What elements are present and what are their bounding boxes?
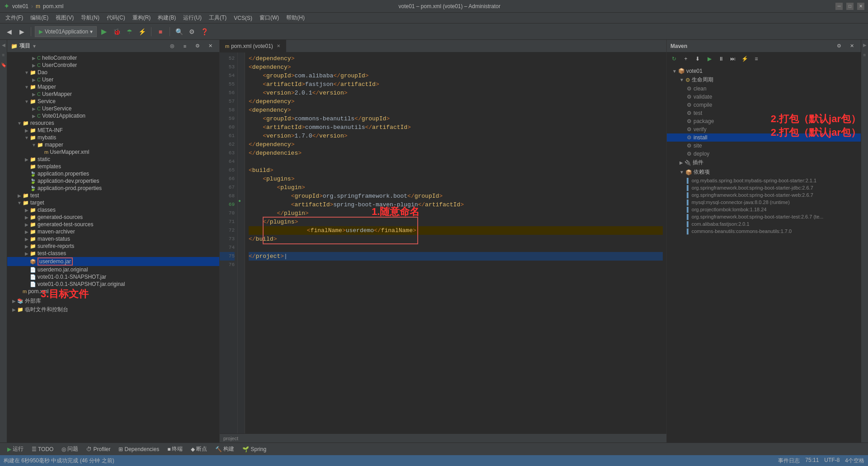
tree-templates[interactable]: 📁 templates: [7, 163, 219, 170]
tree-application-dev-properties[interactable]: 🍃 application-dev.properties: [7, 177, 219, 185]
tree-META-INF[interactable]: ▶ 📁 META-INF: [7, 127, 219, 134]
tree-mybatis[interactable]: ▼ 📁 mybatis: [7, 134, 219, 141]
code-content[interactable]: </dependency> <dependency> <groupId>com.…: [245, 52, 666, 433]
maven-root[interactable]: ▼ 📦 vote01: [667, 67, 861, 75]
maven-close-btn[interactable]: ✕: [846, 41, 857, 52]
panel-close-button[interactable]: ✕: [205, 41, 216, 52]
tree-classes[interactable]: ▶ 📁 classes: [7, 206, 219, 214]
tree-maven-status[interactable]: ▶ 📁 maven-status: [7, 235, 219, 243]
menu-build[interactable]: 构建(B): [154, 13, 179, 23]
build-btn[interactable]: 🔨 构建: [212, 444, 238, 454]
tree-target[interactable]: ▼ 📁 target: [7, 199, 219, 206]
coverage-button[interactable]: ☂: [124, 26, 135, 37]
left-icon-2[interactable]: ≡: [0, 52, 7, 58]
tree-UserMapper-xml[interactable]: m UserMapper.xml: [7, 148, 219, 156]
maven-dep-4[interactable]: ▌ org.projectlombok:lombok:1.18.24: [667, 206, 861, 213]
problems-btn[interactable]: ◎ 问题: [58, 444, 82, 454]
tree-application-prod-properties[interactable]: 🍃 application-prod.properties: [7, 185, 219, 192]
menu-refactor[interactable]: 重构(R): [129, 13, 155, 23]
menu-help[interactable]: 帮助(H): [283, 13, 308, 23]
settings-button[interactable]: ⚙: [186, 26, 197, 37]
forward-button[interactable]: ▶: [16, 26, 27, 37]
terminal-btn[interactable]: ■ 终端: [164, 444, 186, 454]
maven-deploy[interactable]: ⚙ deploy: [667, 150, 861, 158]
close-button[interactable]: ✕: [857, 3, 864, 10]
tree-helloController[interactable]: ▶ C helloController: [7, 54, 219, 62]
maven-install[interactable]: ⚙ install: [667, 133, 861, 142]
event-log[interactable]: 事件日志: [778, 457, 800, 465]
maven-generate-btn[interactable]: ⚡: [739, 53, 750, 64]
tree-temp-files[interactable]: ▶ 📁 临时文件和控制台: [7, 305, 219, 314]
maven-run-btn[interactable]: ▶: [704, 53, 715, 64]
tree-test-classes[interactable]: ▶ 📁 test-classes: [7, 250, 219, 257]
breakpoints-btn[interactable]: ◆ 断点: [187, 444, 211, 454]
tab-close-button[interactable]: ✕: [277, 43, 280, 48]
tree-maven-archiver[interactable]: ▶ 📁 maven-archiver: [7, 228, 219, 235]
maven-compile[interactable]: ⚙ compile: [667, 101, 861, 109]
title-bar-controls[interactable]: ─ □ ✕: [835, 3, 864, 10]
maven-dep-7[interactable]: ▌ commons-beanutils:commons-beanutils:1.…: [667, 228, 861, 235]
maven-skip-btn[interactable]: ⏭: [727, 53, 738, 64]
code-editor[interactable]: 52 53 54 55 56 57 58 59 60 61 62 63 64 6…: [220, 52, 666, 433]
tree-Service[interactable]: ▼ 📁 Service: [7, 98, 219, 105]
profile-button[interactable]: ⚡: [137, 26, 147, 37]
menu-code[interactable]: 代码(C): [103, 13, 129, 23]
back-button[interactable]: ◀: [4, 26, 14, 37]
maven-clean[interactable]: ⚙ clean: [667, 85, 861, 93]
tree-mapper-folder[interactable]: ▼ 📁 mapper: [7, 141, 219, 148]
search-button[interactable]: 🔍: [174, 26, 184, 37]
tree-external-libs[interactable]: ▶ 📚 外部库: [7, 297, 219, 305]
menu-navigate[interactable]: 导航(N): [77, 13, 103, 23]
menu-view[interactable]: 视图(V): [52, 13, 77, 23]
maven-pause-btn[interactable]: ⏸: [716, 53, 726, 64]
tree-vote01-snapshot[interactable]: 📄 vote01-0.0.1-SNAPSHOT.jar: [7, 273, 219, 281]
maven-dep-1[interactable]: ▌ org.springframework.boot:spring-boot-s…: [667, 184, 861, 191]
maven-dep-6[interactable]: ▌ com.alibaba:fastjson:2.0.1: [667, 220, 861, 228]
profiler-btn[interactable]: ⏱ Profiler: [83, 444, 114, 454]
tree-test[interactable]: ▶ 📁 test: [7, 192, 219, 199]
project-selector[interactable]: ▶ Vote01Application ▾: [35, 26, 97, 37]
right-icon-1[interactable]: ▶: [862, 42, 868, 48]
maven-package[interactable]: ⚙ package: [667, 117, 861, 125]
maven-add-btn[interactable]: +: [680, 53, 691, 64]
tab-pom-xml[interactable]: m pom.xml (vote01) ✕: [220, 40, 286, 52]
left-icon-1[interactable]: ◀: [0, 42, 7, 48]
options-button[interactable]: ⚙: [192, 41, 203, 52]
run-bottom-btn[interactable]: ▶ 运行: [4, 444, 27, 454]
menu-tools[interactable]: 工具(T): [205, 13, 230, 23]
tree-UserService[interactable]: ▶ C UserService: [7, 105, 219, 112]
maven-settings-btn[interactable]: ⚙: [834, 41, 844, 52]
menu-edit[interactable]: 编辑(E): [27, 13, 52, 23]
tree-application-properties[interactable]: 🍃 application.properties: [7, 170, 219, 177]
tree-vote01-snapshot-orig[interactable]: 📄 vote01-0.0.1-SNAPSHOT.jar.original: [7, 281, 219, 288]
todo-btn[interactable]: ☰ TODO: [28, 444, 57, 454]
maven-lifecycle-group[interactable]: ▼ ⚙ 生命周期: [667, 75, 861, 85]
help-button[interactable]: ❓: [199, 26, 210, 37]
debug-button[interactable]: 🐞: [111, 26, 122, 37]
minimize-button[interactable]: ─: [835, 3, 843, 10]
tree-userdemo-jar[interactable]: 📦 userdemo.jar: [7, 257, 219, 266]
maven-verify[interactable]: ⚙ verify: [667, 125, 861, 133]
tree-Dao[interactable]: ▼ 📁 Dao: [7, 69, 219, 76]
tree-UserMapper[interactable]: ▶ C UserMapper: [7, 90, 219, 98]
maven-plugins-group[interactable]: ▶ 🔌 插件: [667, 158, 861, 167]
tree-generated-test-sources[interactable]: ▶ 📁 generated-test-sources: [7, 221, 219, 228]
maximize-button[interactable]: □: [846, 3, 854, 10]
tree-static[interactable]: ▶ 📁 static: [7, 156, 219, 163]
tree-pom-xml[interactable]: m pom.xml: [7, 288, 219, 295]
tree-User[interactable]: ▶ C User: [7, 76, 219, 83]
spring-btn[interactable]: 🌱 Spring: [239, 444, 270, 454]
run-button[interactable]: ▶: [99, 26, 109, 37]
maven-deps-group[interactable]: ▼ 📦 依赖项: [667, 167, 861, 177]
maven-validate[interactable]: ⚙ validate: [667, 93, 861, 101]
collapse-button[interactable]: ≡: [179, 41, 190, 52]
menu-window[interactable]: 窗口(W): [256, 13, 283, 23]
maven-test[interactable]: ⚙ test: [667, 109, 861, 117]
locate-button[interactable]: ◎: [167, 41, 178, 52]
right-icon-2[interactable]: ≡: [862, 52, 868, 58]
maven-site[interactable]: ⚙ site: [667, 142, 861, 150]
tree-surefire-reports[interactable]: ▶ 📁 surefire-reports: [7, 243, 219, 250]
tree-resources[interactable]: ▼ 📁 resources: [7, 119, 219, 127]
tree-Mapper[interactable]: ▼ 📁 Mapper: [7, 83, 219, 90]
menu-file[interactable]: 文件(F): [2, 13, 27, 23]
